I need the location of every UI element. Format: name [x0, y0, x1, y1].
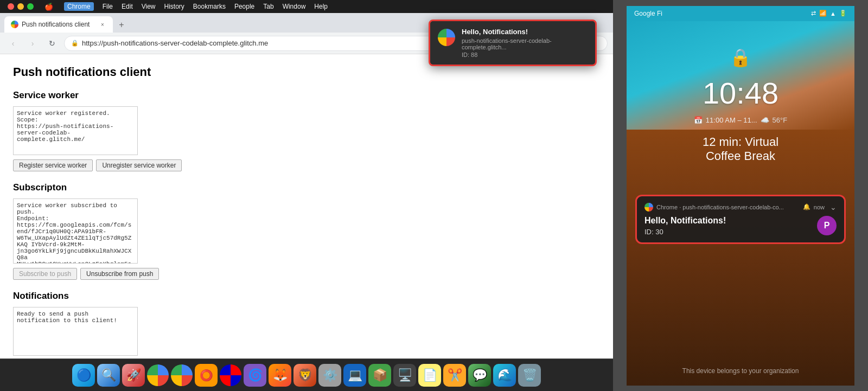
unsubscribe-push-button[interactable]: Unsubscribe from push: [80, 268, 159, 280]
android-notif-app-name: Chrome · push-notifications-server-codel…: [656, 204, 800, 210]
dock-notes[interactable]: 📄: [418, 364, 441, 387]
address-url: https://push-notifications-server-codela…: [82, 39, 268, 47]
push-notif-title: Hello, Notifications!: [462, 28, 588, 36]
android-notif-body: Hello, Notifications! ID: 30 P: [644, 216, 837, 236]
android-wifi-icon: ▲: [830, 10, 836, 17]
menu-file[interactable]: File: [103, 3, 113, 10]
android-notif-expand-icon[interactable]: ⌄: [830, 203, 837, 211]
android-notification[interactable]: Chrome · push-notifications-server-codel…: [635, 195, 846, 244]
android-event: 📅 11:00 AM – 11... ☁️ 56°F: [694, 116, 787, 124]
menu-view[interactable]: View: [142, 3, 156, 10]
dock-brave[interactable]: 🦁: [293, 364, 316, 387]
push-notif-url: push-notifications-server-codelab-comple…: [462, 37, 588, 50]
android-coffee-line1: 12 min: Virtual: [703, 135, 778, 149]
android-org-text: This device belongs to your organization: [682, 367, 799, 375]
menu-people[interactable]: People: [234, 3, 254, 10]
dock-messages[interactable]: 💬: [468, 364, 491, 387]
android-weather-icon: ☁️: [761, 116, 769, 124]
android-notif-title: Hello, Notifications!: [644, 216, 817, 226]
menu-chrome[interactable]: Chrome: [64, 2, 94, 11]
chrome-tab-active[interactable]: Push notifications client ×: [4, 16, 113, 33]
android-carrier: Google Fi: [634, 10, 662, 17]
menu-bookmarks[interactable]: Bookmarks: [193, 3, 226, 10]
android-signal-icon: 📶: [819, 10, 827, 17]
chrome-new-tab[interactable]: +: [114, 17, 129, 33]
dock-trash[interactable]: 🗑️: [518, 364, 541, 387]
traffic-light-red[interactable]: [8, 3, 14, 10]
menu-history[interactable]: History: [164, 3, 184, 10]
menu-window[interactable]: Window: [283, 3, 306, 10]
android-notif-id: ID: 30: [644, 228, 817, 236]
lock-icon: 🔒: [71, 40, 79, 47]
subscription-status[interactable]: [13, 198, 138, 264]
traffic-light-green[interactable]: [27, 3, 34, 10]
service-worker-status[interactable]: [13, 106, 138, 155]
android-notif-time: now: [814, 204, 825, 210]
chrome-favicon: [11, 21, 18, 28]
dock-edit[interactable]: ✂️: [443, 364, 466, 387]
android-status-icons: ⇄ 📶 ▲ 🔋: [811, 10, 847, 17]
service-worker-heading: Service worker: [13, 90, 600, 101]
nav-back-button[interactable]: ‹: [5, 36, 21, 51]
dock-vscode[interactable]: 💻: [343, 364, 366, 387]
subscribe-push-button[interactable]: Subscribe to push: [13, 268, 77, 280]
push-notif-id: ID: 88: [462, 52, 588, 58]
subscription-heading: Subscripton: [13, 182, 600, 193]
traffic-lights: [5, 3, 36, 10]
android-notif-header: Chrome · push-notifications-server-codel…: [644, 203, 837, 211]
android-time: 10:48: [703, 75, 778, 111]
push-notification-popup: Hello, Notifications! push-notifications…: [429, 20, 597, 66]
android-coffee-line2: Coffee Break: [703, 149, 778, 163]
android-event-weather: 56°F: [773, 116, 788, 124]
webpage-content: Push notifications client Service worker…: [0, 54, 613, 358]
dock-safari[interactable]: [220, 364, 241, 386]
dock-edge[interactable]: 🌊: [493, 364, 516, 387]
menu-edit[interactable]: Edit: [122, 3, 133, 10]
dock-monitor[interactable]: 🖥️: [393, 364, 416, 387]
android-sync-icon: ⇄: [811, 10, 816, 17]
menu-tab[interactable]: Tab: [263, 3, 273, 10]
android-lockscreen: 🔒 10:48 📅 11:00 AM – 11... ☁️ 56°F 12 mi…: [627, 21, 854, 386]
dock: 🔵 🔍 🚀 ⭕ 🌀 🦊 🦁 ⚙️ 💻 📦 🖥️ 📄 ✂️ 💬 🌊 🗑️: [0, 358, 613, 391]
register-sw-button[interactable]: Register service worker: [13, 159, 93, 171]
dock-purple[interactable]: 🌀: [244, 364, 266, 387]
notifications-status[interactable]: [13, 307, 138, 356]
dock-green[interactable]: 📦: [368, 364, 391, 387]
android-calendar-icon: 📅: [694, 116, 703, 124]
android-battery-icon: 🔋: [839, 10, 847, 17]
dock-spotlight[interactable]: 🔍: [97, 364, 120, 387]
nav-refresh-button[interactable]: ↻: [44, 36, 60, 51]
apple-menu[interactable]: 🍎: [44, 3, 53, 11]
dock-chrome[interactable]: [147, 364, 169, 386]
chrome-tab-close[interactable]: ×: [99, 21, 106, 28]
dock-orange[interactable]: ⭕: [195, 364, 218, 387]
android-phone: Google Fi ⇄ 📶 ▲ 🔋 🔒 10:48 📅 11:00 AM – 1…: [627, 6, 854, 386]
menu-help[interactable]: Help: [314, 3, 328, 10]
unregister-sw-button[interactable]: Unregister service worker: [96, 159, 182, 171]
dock-settings[interactable]: ⚙️: [318, 364, 341, 387]
android-notif-bell-icon: 🔔: [803, 203, 810, 210]
android-event-time: 11:00 AM – 11...: [706, 116, 757, 124]
dock-finder[interactable]: 🔵: [72, 364, 95, 387]
android-notif-app-icon: [644, 203, 653, 211]
chrome-tab-title: Push notifications client: [22, 21, 95, 28]
push-notif-chrome-icon: [438, 29, 455, 46]
android-area: Google Fi ⇄ 📶 ▲ 🔋 🔒 10:48 📅 11:00 AM – 1…: [613, 0, 868, 391]
notifications-heading: Notifications: [13, 291, 600, 302]
page-title: Push notifications client: [13, 65, 600, 79]
push-notif-content: Hello, Notifications! push-notifications…: [462, 28, 588, 58]
traffic-light-yellow[interactable]: [17, 3, 24, 10]
android-notif-avatar: P: [817, 216, 837, 235]
dock-launchpad[interactable]: 🚀: [122, 364, 145, 387]
dock-chrome2[interactable]: [171, 364, 193, 386]
nav-forward-button[interactable]: ›: [25, 36, 40, 51]
android-coffee: 12 min: Virtual Coffee Break: [703, 135, 778, 163]
android-notif-message: Hello, Notifications! ID: 30: [644, 216, 817, 236]
android-bg-bottom: [627, 130, 854, 386]
dock-firefox[interactable]: 🦊: [269, 364, 291, 387]
mac-menubar: 🍎 Chrome File Edit View History Bookmark…: [0, 0, 613, 13]
android-lock-icon: 🔒: [730, 47, 751, 68]
android-statusbar: Google Fi ⇄ 📶 ▲ 🔋: [627, 6, 854, 21]
